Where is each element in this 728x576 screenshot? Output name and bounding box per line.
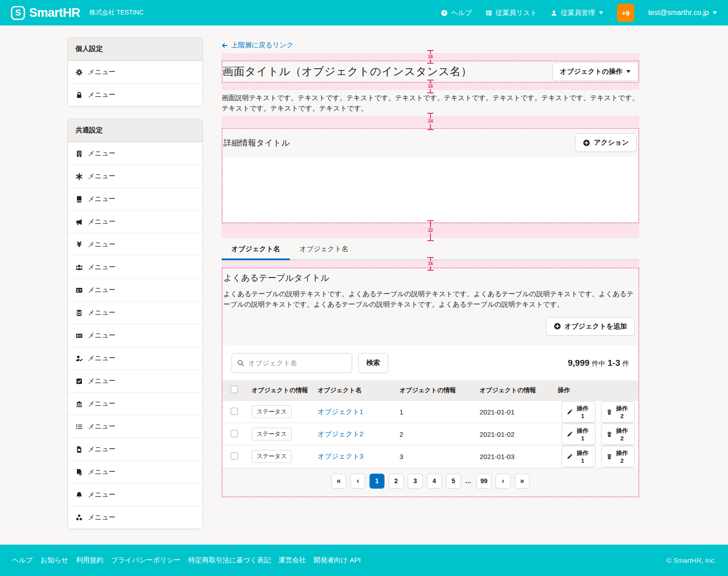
column-header-name: オブジェクト名 <box>314 380 396 401</box>
employee-list-label: 従業員リスト <box>495 9 537 17</box>
pagination-page-2[interactable]: 2 <box>389 474 404 489</box>
search-input[interactable] <box>232 353 352 373</box>
spacing-band-16: 16 <box>222 260 639 268</box>
row-checkbox[interactable] <box>231 408 238 415</box>
sidebar-item-common-10[interactable]: メニュー <box>68 369 202 392</box>
smarthr-logo[interactable]: S SmartHR <box>11 6 80 20</box>
arrow-left-icon <box>222 42 228 49</box>
object-link[interactable]: オブジェクト2 <box>318 430 363 438</box>
pagination-first-button[interactable]: « <box>331 474 346 489</box>
pagination-next-button[interactable]: › <box>495 474 511 489</box>
sidebar-item-common-14[interactable]: メニュー <box>68 460 202 483</box>
footer-link-privacy[interactable]: プライバシーポリシー <box>111 556 181 565</box>
table-search-row: 検索 9,999 件中 1-3 件 <box>222 346 638 380</box>
edit-operation-button[interactable]: 操作1 <box>561 424 596 445</box>
spacing-band-32: 32 <box>222 223 639 238</box>
object-table-card: 検索 9,999 件中 1-3 件 オブジェクトの情報 <box>222 346 638 468</box>
sidebar-item-common-2[interactable]: メニュー <box>68 187 202 210</box>
footer-link-developers-api[interactable]: 開発者向け API <box>313 556 361 565</box>
sidebar-item-common-1[interactable]: メニュー <box>68 165 202 187</box>
row-checkbox[interactable] <box>231 452 238 460</box>
action-button[interactable]: アクション <box>575 133 637 152</box>
sidebar-item-common-4[interactable]: ¥ メニュー <box>68 233 202 256</box>
row-checkbox[interactable] <box>231 430 238 437</box>
object-link[interactable]: オブジェクト1 <box>318 408 363 415</box>
footer-link-commerce-law[interactable]: 特定商取引法に基づく表記 <box>188 556 271 565</box>
pagination-page-99[interactable]: 99 <box>476 474 491 489</box>
file-check-icon <box>76 469 83 476</box>
pagination-page-1[interactable]: 1 <box>369 474 384 489</box>
sidebar-item-common-3[interactable]: メニュー <box>68 210 202 233</box>
footer-link-company[interactable]: 運営会社 <box>278 556 306 565</box>
detail-info-header: 詳細情報タイトル アクション <box>222 129 638 157</box>
detail-info-panel <box>223 157 638 222</box>
search-button[interactable]: 検索 <box>358 353 388 373</box>
common-settings-title: 共通設定 <box>68 119 202 142</box>
sidebar-item-label: メニュー <box>88 513 116 522</box>
sidebar-item-common-11[interactable]: メニュー <box>68 392 202 415</box>
sidebar-item-common-15[interactable]: メニュー <box>68 483 202 506</box>
delete-operation-button[interactable]: 操作2 <box>601 401 635 423</box>
action-button-label: アクション <box>594 138 629 147</box>
detail-info-title: 詳細情報タイトル <box>223 137 290 148</box>
sidebar-item-common-8[interactable]: $ メニュー <box>68 324 202 347</box>
tab-object-2[interactable]: オブジェクト名 <box>290 239 358 260</box>
trash-icon <box>607 409 612 415</box>
main-content: 上階層に戻るリンク 16 画面タイトル（オブジェクトのインスタンス名） オブジェ… <box>222 37 639 497</box>
sidebar-item-personal-0[interactable]: メニュー <box>68 61 202 83</box>
back-to-parent-link[interactable]: 上階層に戻るリンク <box>222 41 293 50</box>
employee-admin-menu[interactable]: 従業員管理 <box>551 9 603 17</box>
notification-badge[interactable]: +9 <box>617 4 634 22</box>
delete-operation-button[interactable]: 操作2 <box>601 424 635 445</box>
sidebar-item-common-16[interactable]: メニュー <box>68 506 202 529</box>
sidebar-item-common-12[interactable]: メニュー <box>68 415 202 438</box>
help-icon: ? <box>441 10 448 16</box>
spacing-ruler: 32 <box>426 220 435 241</box>
sidebar-item-common-13[interactable]: メニュー <box>68 438 202 460</box>
edit-operation-button[interactable]: 操作1 <box>561 446 596 467</box>
trash-icon <box>607 431 612 437</box>
result-count: 9,999 件中 1-3 件 <box>568 358 629 368</box>
table-section-title: よくあるテーブルタイトル <box>222 271 638 284</box>
footer-link-terms[interactable]: 利用規約 <box>76 556 103 565</box>
account-menu[interactable]: test@smarthr.co.jp <box>648 9 717 17</box>
pagination-last-button[interactable]: » <box>515 474 530 489</box>
lock-icon <box>76 91 83 99</box>
sidebar-item-common-9[interactable]: メニュー <box>68 347 202 369</box>
sidebar-item-common-5[interactable]: メニュー <box>68 256 202 278</box>
help-nav-label: ヘルプ <box>451 9 472 17</box>
footer-link-news[interactable]: お知らせ <box>40 556 68 565</box>
select-all-checkbox[interactable] <box>231 386 238 393</box>
detail-info-section: 詳細情報タイトル アクション <box>222 128 639 223</box>
sidebar-item-common-6[interactable]: メニュー <box>68 278 202 301</box>
spacing-ruler: 24 <box>426 113 435 130</box>
tab-object-1[interactable]: オブジェクト名 <box>222 239 290 260</box>
table-header-row: オブジェクトの情報 オブジェクト名 オブジェクトの情報 オブジェクトの情報 操作 <box>222 380 638 401</box>
footer-link-help[interactable]: ヘルプ <box>12 556 33 565</box>
plus-circle-icon <box>554 323 561 330</box>
building-icon <box>76 150 83 157</box>
sidebar-item-label: メニュー <box>88 399 116 408</box>
object-link[interactable]: オブジェクト3 <box>318 452 363 460</box>
object-actions-dropdown-button[interactable]: オブジェクトの操作 <box>552 62 638 81</box>
plus-circle-icon <box>583 139 590 147</box>
pencil-icon <box>567 431 573 437</box>
footer-links: ヘルプ お知らせ 利用規約 プライバシーポリシー 特定商取引法に基づく表記 運営… <box>12 556 361 565</box>
sidebar-item-label: メニュー <box>88 286 116 294</box>
svg-text:?: ? <box>443 10 445 15</box>
result-count-range: 1-3 <box>608 358 620 368</box>
add-object-button[interactable]: オブジェクトを追加 <box>546 317 635 336</box>
pagination-prev-button[interactable]: ‹ <box>350 474 365 489</box>
pagination-page-4[interactable]: 4 <box>427 474 442 489</box>
employee-list-nav-link[interactable]: 従業員リスト <box>485 9 537 17</box>
sidebar-item-personal-1[interactable]: メニュー <box>68 83 202 106</box>
delete-operation-button[interactable]: 操作2 <box>601 446 635 467</box>
edit-operation-button[interactable]: 操作1 <box>561 401 596 423</box>
help-nav-link[interactable]: ? ヘルプ <box>441 9 472 17</box>
sidebar-item-common-7[interactable]: メニュー <box>68 301 202 324</box>
pagination-page-3[interactable]: 3 <box>408 474 423 489</box>
sidebar-item-common-0[interactable]: メニュー <box>68 142 202 165</box>
smarthr-logo-icon: S <box>11 6 25 20</box>
page-description: 画面説明テキストです。テキストです。テキストです。テキストです。テキストです。テ… <box>222 92 639 114</box>
pagination-page-5[interactable]: 5 <box>446 474 461 489</box>
